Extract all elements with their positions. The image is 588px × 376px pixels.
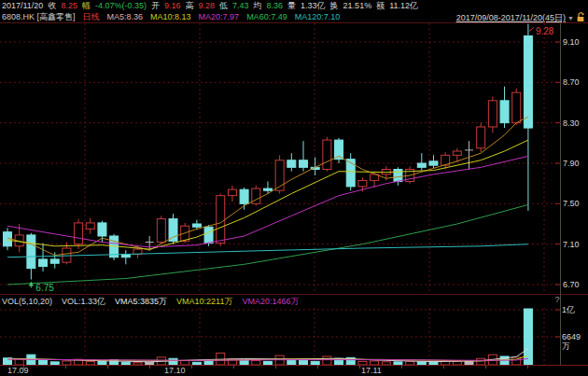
info-item: 低 xyxy=(219,1,228,10)
time-axis-tick xyxy=(107,365,108,369)
candle-body xyxy=(512,92,521,122)
candles xyxy=(4,24,533,280)
candle-body xyxy=(346,160,355,187)
candle-body xyxy=(228,189,236,195)
price-axis-label: 9.10 xyxy=(563,37,588,47)
time-axis-tick xyxy=(233,365,234,369)
candle-body xyxy=(429,161,438,165)
info-item: 9.28 xyxy=(198,1,215,10)
candle-body xyxy=(27,235,35,269)
legend-item: MA10:8.13 xyxy=(150,12,191,21)
volume-legend-item: VMA5:3835万 xyxy=(115,297,167,306)
volume-bar xyxy=(477,358,485,365)
time-axis-tick xyxy=(401,365,402,369)
month-label: 17.11 xyxy=(361,366,382,376)
info-item: 高 xyxy=(185,1,193,10)
time-axis-tick xyxy=(191,365,192,369)
range-selector[interactable]: 2017/09/08-2017/11/20(45日)▼ xyxy=(456,12,585,22)
month-label: 17.09 xyxy=(7,366,29,376)
time-axis-line xyxy=(0,365,588,366)
candle-body xyxy=(157,219,165,243)
right-axis-line xyxy=(560,23,561,365)
candle-body xyxy=(358,180,367,186)
price-axis-label: 8.30 xyxy=(563,118,588,128)
candle-body xyxy=(488,101,497,127)
high-price-label: 9.28 xyxy=(536,26,554,36)
info-item: 换 xyxy=(330,1,339,10)
candle-body xyxy=(453,151,461,155)
candle-body xyxy=(287,160,296,168)
ma-line-ma10 xyxy=(7,140,528,249)
candle-body xyxy=(192,224,201,227)
ma-line-ma120 xyxy=(7,244,528,258)
time-axis-tick xyxy=(527,365,528,369)
time-axis-tick xyxy=(443,365,444,369)
legend-item: MA5:8.36 xyxy=(107,12,144,21)
info-item: 8.25 xyxy=(61,1,77,10)
legend-item: 6808.HK [高鑫零售] xyxy=(2,12,76,21)
ma-lines xyxy=(7,117,528,285)
candle-body xyxy=(240,189,248,203)
low-price-label: 6.75 xyxy=(35,283,54,293)
volume-bar xyxy=(169,358,177,365)
legend-item: 日线 xyxy=(83,12,100,21)
candle-body xyxy=(169,219,177,242)
candle-body xyxy=(98,223,106,236)
candle-body xyxy=(300,160,308,168)
info-item: 均 xyxy=(254,1,262,10)
candle-body xyxy=(524,36,532,129)
candle-body xyxy=(263,188,272,190)
candle-body xyxy=(181,226,189,241)
candle-body xyxy=(500,101,509,123)
price-axis-label: 7.10 xyxy=(563,240,588,249)
volume-legend-item: VMA20:1466万 xyxy=(242,297,299,306)
candle-body xyxy=(323,140,331,169)
legend-item: MA120:7.10 xyxy=(295,12,341,21)
candle-body xyxy=(217,196,225,244)
info-item: 11.12亿 xyxy=(389,1,418,10)
info-item: 9.16 xyxy=(164,1,181,10)
time-axis-tick xyxy=(149,365,150,369)
price-axis-label: 7.90 xyxy=(563,159,588,168)
info-item: 7.43 xyxy=(232,1,249,10)
time-axis-tick xyxy=(359,365,360,369)
month-label: 17.10 xyxy=(164,366,186,376)
info-item: 开 xyxy=(151,1,160,10)
candle-body xyxy=(86,223,94,229)
price-axis-label: 8.70 xyxy=(563,77,588,87)
chevron-down-icon[interactable]: ▼ xyxy=(567,15,574,21)
info-item: 量 xyxy=(287,1,296,10)
time-axis-tick xyxy=(275,365,276,369)
price-axis-label: 6.70 xyxy=(563,280,588,289)
price-axis-label: 7.50 xyxy=(563,199,588,208)
candle-body xyxy=(417,163,426,167)
unlock-icon[interactable] xyxy=(576,12,585,22)
volume-legend-item: VOL:1.33亿 xyxy=(62,297,105,306)
info-item: -4.07%(-0.35) xyxy=(95,1,147,10)
candle-body xyxy=(50,259,59,263)
info-item: 额 xyxy=(376,1,385,10)
info-bar: 2017/11/20收8.25幅-4.07%(-0.35)开9.16高9.28低… xyxy=(2,0,586,11)
info-item: 21.51% xyxy=(343,1,372,10)
info-item: 8.36 xyxy=(267,1,284,10)
candle-body xyxy=(39,259,48,267)
volume-legend-item: VOL(5,10,20) xyxy=(2,297,52,306)
time-axis-tick xyxy=(485,365,486,369)
legend-item: MA20:7.97 xyxy=(199,12,240,21)
candle-body xyxy=(394,169,402,181)
ma-line-ma60 xyxy=(7,204,528,285)
volume-chart[interactable] xyxy=(0,308,560,365)
legend-item: MA60:7.49 xyxy=(246,12,287,21)
range-text[interactable]: 2017/09/08-2017/11/20(45日) xyxy=(456,13,566,22)
volume-bar xyxy=(323,356,331,365)
main-chart[interactable]: 9.286.75 xyxy=(0,23,560,294)
volume-axis-label: 6649万 xyxy=(562,332,588,341)
high-callout-arrow xyxy=(529,28,534,32)
volume-legend: VOL(5,10,20)VOL:1.33亿VMA5:3835万VMA10:221… xyxy=(2,296,558,307)
stock-chart-window: 2017/11/20收8.25幅-4.07%(-0.35)开9.16高9.28低… xyxy=(0,0,588,376)
info-item: 1.33亿 xyxy=(301,1,326,10)
pane-divider xyxy=(0,294,588,295)
candle-body xyxy=(477,127,485,148)
candle-body xyxy=(204,227,213,243)
info-item: 幅 xyxy=(82,1,91,10)
